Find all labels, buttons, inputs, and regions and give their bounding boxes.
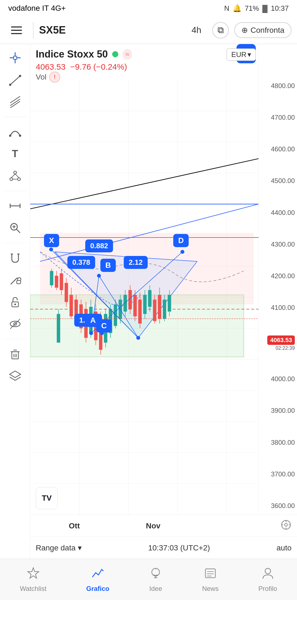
zoom-icon[interactable] xyxy=(6,220,25,236)
label-0882: 0.882 xyxy=(85,239,113,252)
profilo-icon xyxy=(261,567,274,583)
trend-line-icon[interactable] xyxy=(6,72,25,88)
svg-point-138 xyxy=(152,568,160,576)
nfc-icon: N xyxy=(224,4,229,13)
label-B: B xyxy=(100,259,116,272)
chart-header: Indice Stoxx 50 ≈ 4 xyxy=(30,44,258,85)
price-4000: 4000.00 xyxy=(261,375,295,383)
price-change: 4063.53 −9.76 (−0.24%) xyxy=(36,62,253,72)
tradingview-logo: TV xyxy=(36,487,58,509)
unlock-icon[interactable] xyxy=(6,294,25,310)
grafico-icon xyxy=(91,567,105,583)
profilo-label: Profilo xyxy=(258,585,277,593)
battery-icon: ▓ xyxy=(262,4,268,13)
draw-lock-icon[interactable] xyxy=(6,272,25,288)
watchlist-label: Watchlist xyxy=(20,585,46,593)
svg-marker-137 xyxy=(28,568,39,578)
watchlist-icon xyxy=(27,567,40,583)
current-price-badge: 4063.53 xyxy=(267,335,295,345)
alarm-icon: 🔔 xyxy=(233,4,241,13)
price-4400: 4400.00 xyxy=(261,209,295,217)
svg-point-146 xyxy=(265,568,271,574)
chart-settings-icon[interactable] xyxy=(280,519,292,533)
vol-warning-icon: ! xyxy=(49,72,60,83)
price-3800: 3800.00 xyxy=(261,439,295,446)
status-bar: vodafone IT 4G+ N 🔔 71% ▓ 10:37 xyxy=(0,0,297,17)
nav-watchlist[interactable]: Watchlist xyxy=(14,564,52,595)
label-212: 2.12 xyxy=(124,256,148,269)
price-4300: 4300.00 xyxy=(261,241,295,248)
arc-icon[interactable] xyxy=(6,124,25,140)
svg-point-12 xyxy=(19,135,21,137)
measure-icon[interactable] xyxy=(6,198,25,214)
svg-line-5 xyxy=(10,76,20,85)
chart-svg[interactable] xyxy=(30,80,258,515)
nov-label: Nov xyxy=(146,522,160,530)
nav-idee[interactable]: Idee xyxy=(144,564,168,595)
top-nav: SX5E 4h ⧉ ⊕ Confronta xyxy=(0,17,297,44)
timeframe-button[interactable]: 4h xyxy=(186,22,207,38)
menu-button[interactable] xyxy=(6,26,28,34)
svg-point-11 xyxy=(9,135,11,137)
svg-line-23 xyxy=(16,229,20,233)
svg-line-60 xyxy=(30,159,258,209)
crosshair-icon[interactable] xyxy=(6,50,25,66)
symbol-label[interactable]: SX5E xyxy=(39,24,180,36)
price-3900: 3900.00 xyxy=(261,407,295,414)
label-D: D xyxy=(173,234,189,247)
price-4100: 4100.00 xyxy=(261,304,295,312)
compare-button[interactable]: ⊕ Confronta xyxy=(234,22,292,38)
time-bar: Ott Nov xyxy=(30,515,297,537)
chevron-down-icon: ▾ xyxy=(78,543,82,552)
label-X: X xyxy=(44,234,59,247)
channels-icon[interactable] xyxy=(6,94,25,110)
idee-label: Idee xyxy=(149,585,162,593)
svg-line-16 xyxy=(11,174,15,178)
carrier-label: vodafone IT 4G+ xyxy=(8,4,66,13)
trash-icon[interactable] xyxy=(6,346,25,362)
battery-label: 71% xyxy=(245,4,259,13)
range-data-button[interactable]: Range data ▾ xyxy=(36,543,82,552)
svg-line-28 xyxy=(11,278,17,284)
text-icon[interactable]: T xyxy=(6,146,25,162)
label-C: C xyxy=(96,319,112,332)
auto-scale-label[interactable]: auto xyxy=(277,544,292,552)
nav-divider xyxy=(33,22,34,39)
chart-area[interactable]: Indice Stoxx 50 ≈ 4 xyxy=(30,44,258,515)
node-icon[interactable] xyxy=(6,168,25,184)
price-4200: 4200.00 xyxy=(261,272,295,280)
vol-label: Vol xyxy=(36,73,46,81)
clock-label: 10:37 xyxy=(271,4,289,13)
wave-indicator: ≈ xyxy=(123,49,132,60)
nav-news[interactable]: News xyxy=(197,564,224,595)
oct-label: Ott xyxy=(69,522,80,530)
idee-icon xyxy=(149,567,162,583)
controls-bar: Range data ▾ 10:37:03 (UTC+2) auto xyxy=(30,537,297,559)
svg-rect-29 xyxy=(17,280,21,284)
price-4800: 4800.00 xyxy=(261,82,295,90)
eye-icon[interactable] xyxy=(6,316,25,332)
svg-point-7 xyxy=(19,75,21,77)
grafico-label: Grafico xyxy=(86,585,109,593)
candle-icon[interactable]: ⧉ xyxy=(212,22,229,39)
svg-rect-142 xyxy=(205,569,215,578)
magnet-icon[interactable] xyxy=(6,250,25,266)
svg-point-14 xyxy=(10,178,13,181)
news-icon xyxy=(204,567,217,583)
svg-point-13 xyxy=(14,171,16,174)
svg-line-34 xyxy=(10,319,20,329)
nav-profilo[interactable]: Profilo xyxy=(253,564,283,595)
currency-selector[interactable]: EUR ▾ xyxy=(227,48,256,61)
svg-point-6 xyxy=(9,84,11,86)
layers-icon[interactable] xyxy=(6,368,25,384)
svg-line-17 xyxy=(15,174,19,178)
bottom-nav: Watchlist Grafico Idee xyxy=(0,559,297,600)
live-dot xyxy=(112,51,118,57)
chart-title: Indice Stoxx 50 xyxy=(36,48,108,60)
label-0378: 0.378 xyxy=(67,256,95,269)
svg-point-15 xyxy=(18,178,20,181)
nav-grafico[interactable]: Grafico xyxy=(81,564,115,595)
svg-point-132 xyxy=(285,523,287,526)
price-4600: 4600.00 xyxy=(261,145,295,153)
timestamp-label: 10:37:03 (UTC+2) xyxy=(87,544,271,552)
